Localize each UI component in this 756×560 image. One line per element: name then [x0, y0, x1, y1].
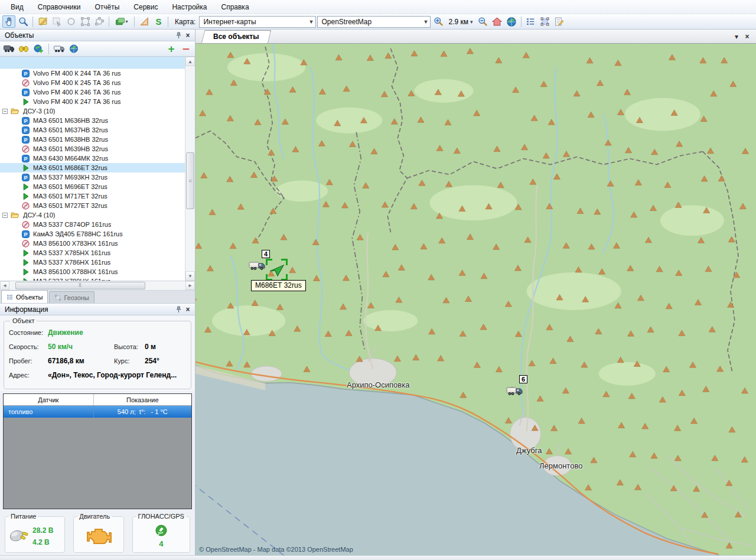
- draw-ellipse-icon[interactable]: [64, 15, 77, 28]
- menu-item-3[interactable]: Сервис: [126, 1, 165, 13]
- tree-item-label: МАЗ 856100 Х788НХ 161rus: [33, 268, 118, 275]
- tree-item[interactable]: МАЗ 6501 М686ЕТ 32rus: [0, 163, 185, 172]
- tree-item[interactable]: МАЗ 6501 М639НВ 32rus: [0, 144, 185, 154]
- map-provider-select[interactable]: OpenStreetMap▼: [317, 16, 431, 28]
- vehicle-count-badge: 6: [519, 375, 527, 383]
- tab-geozones[interactable]: Геозоны: [49, 291, 94, 303]
- vehicle-marker-1[interactable]: 6: [506, 385, 526, 397]
- tree-item-label: МАЗ 5337 Х785НХ 161rus: [33, 249, 110, 256]
- expander-icon[interactable]: −: [2, 109, 8, 114]
- notes-edit-icon[interactable]: [553, 15, 566, 28]
- tree-item[interactable]: PМАЗ 6501 М637НВ 32rus: [0, 125, 185, 135]
- zoom-in-icon[interactable]: [432, 15, 445, 28]
- map-place-label-1: Джубга: [516, 446, 542, 455]
- remove-object-icon[interactable]: −: [180, 43, 193, 55]
- status-parking-icon: P: [21, 155, 30, 162]
- scroll-left-icon[interactable]: ◄: [0, 281, 9, 290]
- tree-item[interactable]: МАЗ 5337 Х785НХ 161rus: [0, 248, 185, 258]
- close-icon[interactable]: ×: [183, 305, 193, 314]
- map-label: Карта:: [175, 18, 195, 26]
- status-parking-icon: P: [21, 174, 30, 181]
- tree-item-label: МАЗ 5337 Х786НХ 161rus: [33, 259, 110, 266]
- tree-vertical-scrollbar[interactable]: ▲ ▼: [185, 57, 195, 281]
- globe-add-icon[interactable]: [32, 43, 45, 55]
- tree-item[interactable]: PМАЗ 6430 М664МК 32rus: [0, 154, 185, 163]
- binoculars-icon[interactable]: [17, 43, 30, 55]
- tree-item[interactable]: Volvo FM 400 К 245 ТА 36 rus: [0, 78, 185, 87]
- column-header-sensor: Датчик: [4, 394, 94, 405]
- zoom-out-icon[interactable]: [477, 15, 490, 28]
- geozones-frame-icon[interactable]: [539, 15, 552, 28]
- scale-select[interactable]: 2.9 км▾: [446, 15, 475, 28]
- tree-item[interactable]: МАЗ 6501 М727ЕТ 32rus: [0, 201, 185, 210]
- edit-selection-icon[interactable]: [50, 15, 63, 28]
- selected-vehicle-marker[interactable]: [266, 259, 288, 281]
- route-icon[interactable]: S: [152, 15, 165, 28]
- pin-icon[interactable]: [174, 31, 183, 40]
- sensor-row-fuel[interactable]: топливо 540 л; t°: - 1 °С: [4, 406, 191, 418]
- tree-item[interactable]: МАЗ 5337 Х786НХ 161rus: [0, 258, 185, 267]
- scroll-right-icon[interactable]: ►: [185, 281, 195, 290]
- menu-item-4[interactable]: Настройка: [165, 1, 214, 13]
- zoom-tool-icon[interactable]: [17, 15, 30, 28]
- tree-horizontal-scrollbar[interactable]: ◄ ►: [0, 281, 195, 291]
- satellites-count: 4: [159, 539, 163, 548]
- internet-globe-icon[interactable]: [505, 15, 518, 28]
- menu-item-5[interactable]: Справка: [214, 1, 256, 13]
- tree-item[interactable]: PКамАЗ ЭД405 Е788НС 161rus: [0, 229, 185, 239]
- vehicle-search-icon[interactable]: [2, 43, 15, 55]
- tab-objects[interactable]: Объекты: [1, 290, 48, 303]
- tree-item[interactable]: PVolvo FM 400 К 246 ТА 36 rus: [0, 87, 185, 97]
- tree-item-label: МАЗ 5337 Х789НХ 161rus: [33, 278, 110, 281]
- add-object-icon[interactable]: +: [165, 43, 178, 55]
- tree-item[interactable]: МАЗ 5337 Х789НХ 161rus: [0, 276, 185, 281]
- globe-icon[interactable]: [67, 43, 80, 55]
- draw-polygon-icon[interactable]: [93, 15, 106, 28]
- close-map-tab-icon[interactable]: ×: [742, 31, 752, 42]
- scroll-up-icon[interactable]: ▲: [185, 57, 195, 66]
- tree-item[interactable]: МАЗ 5337 С874ОР 161rus: [0, 220, 185, 229]
- edit-map-icon[interactable]: [36, 15, 49, 28]
- measure-triangle-icon[interactable]: [138, 15, 151, 28]
- map-type-select[interactable]: Интернет-карты▼: [199, 16, 316, 28]
- map-attribution: © OpenStreetMap - Map data ©2013 OpenStr…: [199, 546, 353, 553]
- tree-item[interactable]: PМАЗ 6501 М636НВ 32rus: [0, 116, 185, 125]
- objects-panel-tabs: Объекты Геозоны: [0, 291, 195, 304]
- tree-group[interactable]: −ДСУ-3 (10): [0, 106, 185, 116]
- scroll-down-icon[interactable]: ▼: [185, 271, 195, 281]
- menu-item-2[interactable]: Отчёты: [87, 1, 126, 13]
- tree-item-label: МАЗ 6501 М636НВ 32rus: [33, 117, 108, 124]
- layers-icon[interactable]: ▾: [112, 15, 131, 28]
- tree-group[interactable]: −ДСУ-4 (10): [0, 210, 185, 220]
- map-canvas[interactable]: Архипо-ОсиповкаДжубгаЛермонтово46М686ЕТ …: [195, 44, 756, 555]
- status-offline-icon: [21, 240, 30, 248]
- map-tab-all-objects[interactable]: Все объекты: [201, 30, 268, 43]
- vehicle-icon[interactable]: [53, 43, 66, 55]
- object-group-title: Объект: [10, 317, 37, 324]
- tree-item[interactable]: PVolvo FM 400 К 244 ТА 36 rus: [0, 69, 185, 78]
- tree-item[interactable]: Volvo FM 400 К 247 ТА 36 rus: [0, 97, 185, 106]
- scroll-thumb[interactable]: [186, 152, 194, 209]
- tree-item[interactable]: МАЗ 6501 М717ЕТ 32rus: [0, 191, 185, 201]
- tree-item[interactable]: МАЗ 856100 Х788НХ 161rus: [0, 267, 185, 276]
- close-icon[interactable]: ×: [183, 31, 193, 40]
- menu-item-0[interactable]: Вид: [4, 1, 31, 13]
- tree-top-selected-row[interactable]: [0, 57, 185, 69]
- legend-list-icon[interactable]: [524, 15, 537, 28]
- tree-item-label: МАЗ 6501 М638НВ 32rus: [33, 136, 108, 143]
- tree-item[interactable]: PМАЗ 6501 М638НВ 32rus: [0, 135, 185, 144]
- home-icon[interactable]: [491, 15, 504, 28]
- expander-icon[interactable]: −: [2, 213, 8, 218]
- pan-tool-icon[interactable]: [2, 15, 15, 28]
- tree-item[interactable]: PМАЗ 5337 М693КН 32rus: [0, 172, 185, 182]
- scroll-thumb[interactable]: [15, 282, 145, 289]
- menu-item-1[interactable]: Справочники: [31, 1, 88, 13]
- tree-item[interactable]: МАЗ 856100 Х783НХ 161rus: [0, 239, 185, 248]
- status-parking-icon: P: [21, 89, 30, 96]
- tree-item[interactable]: МАЗ 6501 М696ЕТ 32rus: [0, 182, 185, 191]
- draw-rectangle-icon[interactable]: [79, 15, 92, 28]
- sensors-table-header: Датчик Показание: [4, 394, 191, 406]
- pin-icon[interactable]: [174, 305, 183, 314]
- info-object-section: Объект Состояние: Движение Скорость: 50 …: [0, 315, 195, 391]
- tab-list-dropdown-icon[interactable]: ▾: [731, 31, 742, 42]
